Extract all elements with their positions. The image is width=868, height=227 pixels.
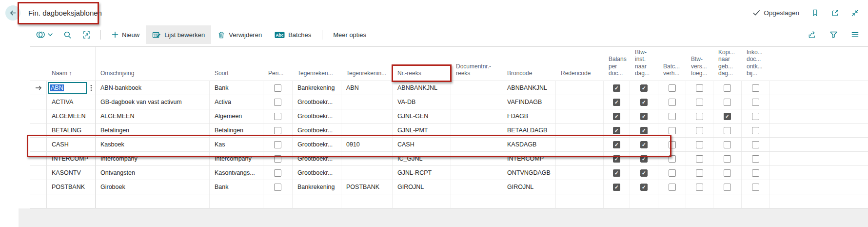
header-broncode[interactable]: Broncode: [502, 70, 556, 81]
checkbox-batch-unchecked[interactable]: [669, 184, 676, 191]
checkbox-btwvers-unchecked[interactable]: [696, 127, 703, 134]
row-context-menu[interactable]: [88, 84, 94, 91]
cell-btwvers[interactable]: [686, 124, 713, 137]
checkbox-btwinst-checked[interactable]: ✓: [640, 141, 648, 148]
checkbox-kopieer-unchecked[interactable]: [724, 127, 731, 134]
checkbox-kopieer-checked[interactable]: ✓: [724, 113, 731, 120]
cell-broncode[interactable]: BETAALDAGB: [502, 124, 556, 137]
cell-nrreeks[interactable]: VA-DB: [393, 95, 451, 109]
collapse-button[interactable]: [851, 9, 859, 17]
checkbox-peri-unchecked[interactable]: [274, 127, 281, 134]
cell-peri[interactable]: [263, 109, 293, 123]
cell-omschrijving[interactable]: Kasboek: [96, 138, 210, 151]
cell-redencode[interactable]: [556, 124, 604, 137]
checkbox-batch-unchecked[interactable]: [669, 169, 676, 177]
checkbox-btwvers-unchecked[interactable]: [696, 155, 703, 163]
checkbox-inkoop-unchecked[interactable]: [752, 99, 759, 106]
cell-peri[interactable]: [263, 81, 293, 95]
checkbox-btwinst-checked[interactable]: ✓: [640, 113, 648, 120]
cell-tegenrekeningsoort[interactable]: Bankrekening: [293, 180, 341, 194]
checkbox-inkoop-unchecked[interactable]: [752, 155, 759, 163]
cell-soort[interactable]: Intercompany: [210, 152, 263, 165]
checkbox-balans-checked[interactable]: ✓: [613, 155, 620, 163]
checkbox-batch-unchecked[interactable]: [669, 127, 676, 134]
checkbox-btwinst-checked[interactable]: ✓: [640, 84, 648, 92]
checkbox-balans-checked[interactable]: ✓: [613, 99, 620, 106]
cell-kopieer[interactable]: [713, 81, 742, 95]
cell-peri[interactable]: [263, 180, 293, 194]
cell-soort[interactable]: Algemeen: [210, 109, 263, 123]
share-button[interactable]: [808, 31, 816, 39]
cell-btwvers[interactable]: [686, 109, 713, 123]
open-in-new-window-button[interactable]: [831, 9, 839, 17]
checkbox-inkoop-unchecked[interactable]: [752, 169, 759, 177]
cell-peri[interactable]: [263, 95, 293, 109]
cell-inkoop[interactable]: [742, 166, 770, 180]
cell-documentnrreeks[interactable]: [451, 124, 502, 137]
checkbox-balans-checked[interactable]: ✓: [613, 84, 620, 92]
cell-soort[interactable]: Bank: [210, 180, 263, 194]
checkbox-kopieer-unchecked[interactable]: [724, 99, 731, 106]
cell-kopieer[interactable]: [713, 124, 742, 137]
cell-btwinst[interactable]: ✓: [630, 166, 658, 180]
filter-button[interactable]: [829, 31, 838, 39]
checkbox-batch-unchecked[interactable]: [669, 155, 676, 163]
cell-tegenrekeningnr[interactable]: 0910: [341, 138, 393, 151]
cell-omschrijving[interactable]: Betalingen: [96, 124, 210, 137]
cell-btwvers[interactable]: [686, 138, 713, 151]
checkbox-btwinst-checked[interactable]: ✓: [640, 169, 648, 177]
cell-balans[interactable]: ✓: [604, 81, 630, 95]
header-kopieer[interactable]: Kopi... naar geb... dag...: [713, 49, 742, 81]
cell-omschrijving[interactable]: ALGEMEEN: [96, 109, 210, 123]
cell-documentnrreeks[interactable]: [451, 95, 502, 109]
checkbox-inkoop-unchecked[interactable]: [752, 113, 759, 120]
header-inkoop[interactable]: Inko... doc... ontk... bij...: [742, 49, 770, 81]
header-tegenrekeningsoort[interactable]: Tegenreken...: [293, 70, 341, 81]
cell-kopieer[interactable]: [713, 166, 742, 180]
header-redencode[interactable]: Redencode: [556, 70, 604, 81]
checkbox-peri-unchecked[interactable]: [274, 113, 281, 120]
checkbox-btwinst-checked[interactable]: ✓: [640, 184, 648, 191]
cell-tegenrekeningnr[interactable]: [341, 124, 393, 137]
cell-nrreeks[interactable]: ABNBANKJNL: [393, 81, 451, 95]
cell-batch[interactable]: [658, 81, 686, 95]
checkbox-btwvers-unchecked[interactable]: [696, 169, 703, 177]
header-batch[interactable]: Batc... verh...: [658, 63, 686, 81]
checkbox-inkoop-unchecked[interactable]: [752, 84, 759, 92]
cell-btwvers[interactable]: [686, 95, 713, 109]
column-chooser-button[interactable]: [851, 31, 859, 39]
cell-naam[interactable]: KASONTV: [47, 166, 96, 180]
checkbox-batch-unchecked[interactable]: [669, 84, 676, 92]
header-nrreeks[interactable]: Nr.-reeks: [393, 70, 451, 81]
cell-documentnrreeks[interactable]: [451, 152, 502, 165]
checkbox-btwinst-checked[interactable]: ✓: [640, 127, 648, 134]
checkbox-kopieer-unchecked[interactable]: [724, 184, 731, 191]
search-button[interactable]: [58, 25, 77, 44]
checkbox-balans-checked[interactable]: ✓: [613, 169, 620, 177]
header-tegenrekeningnr[interactable]: Tegenrekenin...: [341, 70, 393, 81]
checkbox-btwvers-unchecked[interactable]: [696, 184, 703, 191]
bookmark-button[interactable]: [811, 9, 819, 17]
cell-batch[interactable]: [658, 95, 686, 109]
cell-kopieer[interactable]: [713, 138, 742, 151]
cell-nrreeks[interactable]: GJNL-PMT: [393, 124, 451, 137]
checkbox-btwvers-unchecked[interactable]: [696, 141, 703, 148]
cell-peri[interactable]: [263, 138, 293, 151]
cell-naam[interactable]: POSTBANK: [47, 180, 96, 194]
cell-tegenrekeningsoort[interactable]: Grootboekr...: [293, 152, 341, 165]
cell-documentnrreeks[interactable]: [451, 166, 502, 180]
cell-inkoop[interactable]: [742, 138, 770, 151]
cell-btwinst[interactable]: ✓: [630, 124, 658, 137]
checkbox-btwinst-checked[interactable]: ✓: [640, 155, 648, 163]
cell-btwinst[interactable]: ✓: [630, 180, 658, 194]
cell-btwinst[interactable]: ✓: [630, 81, 658, 95]
cell-tegenrekeningnr[interactable]: [341, 152, 393, 165]
cell-balans[interactable]: ✓: [604, 152, 630, 165]
header-soort[interactable]: Soort: [210, 70, 263, 81]
cell-btwinst[interactable]: ✓: [630, 95, 658, 109]
cell-tegenrekeningsoort[interactable]: Grootboekr...: [293, 95, 341, 109]
cell-soort[interactable]: Kasontvangs...: [210, 166, 263, 180]
checkbox-inkoop-unchecked[interactable]: [752, 184, 759, 191]
cell-inkoop[interactable]: [742, 152, 770, 165]
cell-documentnrreeks[interactable]: [451, 81, 502, 95]
